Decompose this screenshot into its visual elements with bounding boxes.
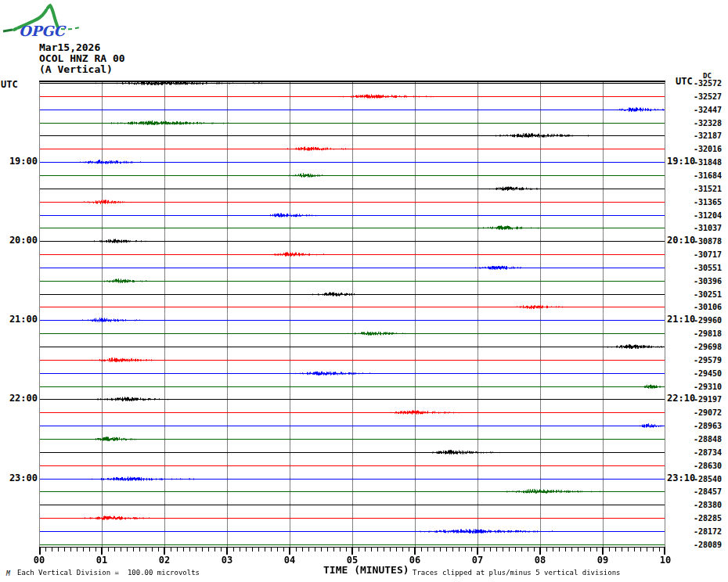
header-station: OCOL HNZ RA 00 <box>39 53 125 64</box>
dc-offset-value: -32447 <box>694 106 722 114</box>
hour-label-left: 22:00 <box>0 393 38 404</box>
hour-label-left: 21:00 <box>0 314 38 325</box>
clip-note: Traces clipped at plus/minus 5 vertical … <box>413 569 621 577</box>
dc-offset-value: -28089 <box>694 541 722 549</box>
dc-offset-value: -28172 <box>694 527 722 536</box>
logo-text: OPGC <box>19 23 67 39</box>
dc-offset-value: -32187 <box>694 131 722 140</box>
dc-offset-value: -28540 <box>694 475 722 483</box>
dc-offset-value: -29818 <box>694 329 722 338</box>
dc-offset-value: -29310 <box>694 383 722 391</box>
dc-offset-value: -31848 <box>694 158 722 167</box>
dc-offset-value: -29698 <box>694 343 722 351</box>
x-tick-label: 02 <box>155 555 174 566</box>
hour-label-left: 23:00 <box>0 473 38 483</box>
dc-offset-value: -32328 <box>694 119 722 128</box>
hour-label-left: 19:00 <box>0 156 38 167</box>
dc-offset-value: -29450 <box>694 369 722 378</box>
hour-label-right: 19:10 <box>667 156 695 167</box>
dc-offset-value: -29960 <box>694 316 722 325</box>
dc-offset-value: -28734 <box>694 448 722 457</box>
x-tick-label: 08 <box>531 555 550 566</box>
dc-offset-value: -28630 <box>694 462 722 470</box>
opgc-logo: OPGC <box>2 2 89 42</box>
dc-offset-value: -30878 <box>694 237 722 246</box>
utc-label-right: UTC <box>676 76 693 87</box>
dc-offset-value: -30717 <box>694 250 722 259</box>
x-axis-title: TIME (MINUTES) <box>323 564 409 576</box>
dc-offset-value: -28380 <box>694 501 722 509</box>
x-tick-label: 03 <box>218 555 236 566</box>
dc-offset-value: -31521 <box>694 185 722 193</box>
hour-label-right: 22:10 <box>667 393 695 404</box>
logo-left-dash <box>3 30 13 31</box>
header-component: (A Vertical) <box>39 64 113 75</box>
hour-label-left: 20:00 <box>0 235 38 246</box>
dc-offset-value: -30106 <box>694 303 722 311</box>
dc-offset-value: -31684 <box>694 171 722 180</box>
header-date: Mar15,2026 <box>39 42 100 53</box>
dc-offset-value: -30251 <box>694 290 722 299</box>
dc-offset-value: -32016 <box>694 145 722 153</box>
x-tick-label: 00 <box>30 555 49 566</box>
x-tick-label: 07 <box>468 555 487 566</box>
x-tick-label: 04 <box>280 555 299 566</box>
hour-label-right: 20:10 <box>667 235 695 246</box>
dc-offset-value: -28457 <box>694 487 722 496</box>
dc-offset-value: -29072 <box>694 408 722 417</box>
dc-offset-value: -28963 <box>694 422 722 430</box>
dc-offset-value: -28848 <box>694 435 722 444</box>
watermark-glyph: M <box>6 571 10 577</box>
dc-offset-value: -32572 <box>694 79 722 88</box>
hour-label-right: 21:10 <box>667 314 695 325</box>
dc-offset-value: -30396 <box>694 277 722 286</box>
x-tick-label: 10 <box>656 555 675 566</box>
dc-offset-value: -31365 <box>694 198 722 207</box>
x-tick-label: 01 <box>92 555 111 566</box>
division-note: Each Vertical Division = 100.00 microvol… <box>17 569 200 577</box>
hour-label-right: 23:10 <box>667 473 695 483</box>
dc-offset-value: -30551 <box>694 264 722 272</box>
utc-label-left: UTC <box>1 79 18 90</box>
dc-offset-value: -29579 <box>694 356 722 365</box>
dc-offset-value: -32527 <box>694 92 722 101</box>
dc-offset-value: -31204 <box>694 211 722 220</box>
x-tick-label: 09 <box>593 555 612 566</box>
dc-offset-value: -31037 <box>694 224 722 232</box>
dc-offset-value: -28285 <box>694 514 722 523</box>
dc-offset-value: -29197 <box>694 395 722 404</box>
helicorder-page: OPGC Mar15,2026 OCOL HNZ RA 00 (A Vertic… <box>0 0 728 582</box>
helicorder-canvas <box>39 81 665 558</box>
